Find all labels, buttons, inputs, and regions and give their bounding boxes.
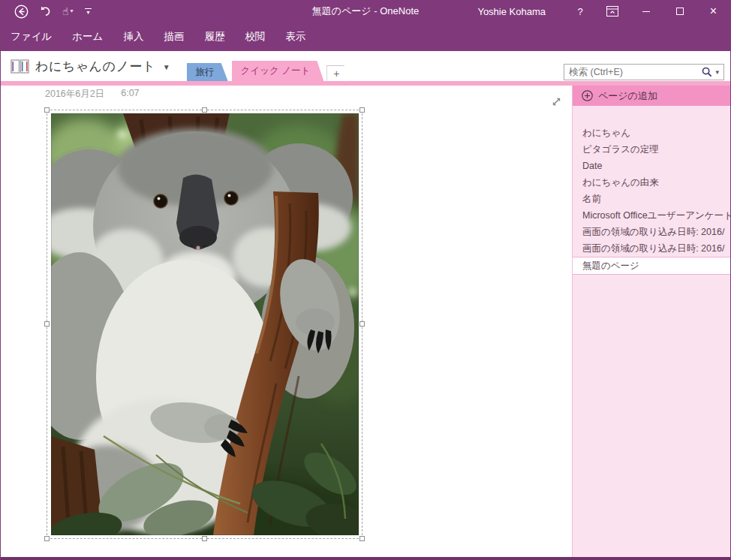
resize-handle-bottom-right[interactable]: [359, 536, 365, 541]
menu-item-draw[interactable]: 描画: [164, 30, 184, 44]
help-icon[interactable]: ?: [565, 0, 595, 23]
undo-icon[interactable]: [39, 5, 52, 17]
menu-item-home[interactable]: ホーム: [72, 30, 103, 44]
section-tabs: 旅行 クイック ノート +: [187, 51, 351, 81]
search-scope-caret-icon[interactable]: ▾: [715, 68, 723, 76]
menu-item-insert[interactable]: 挿入: [123, 30, 143, 44]
resize-handle-bottom-left[interactable]: [44, 536, 50, 541]
page-list-item[interactable]: わにちゃんの由来: [573, 174, 730, 191]
customize-qat-icon[interactable]: ▾: [84, 8, 93, 15]
menu-item-file[interactable]: ファイル: [11, 30, 52, 44]
menu-item-history[interactable]: 履歴: [204, 30, 224, 44]
touch-mode-caret-icon: ▾: [71, 8, 74, 15]
page-list-item[interactable]: Date: [573, 158, 730, 174]
maximize-button[interactable]: [663, 0, 696, 23]
full-page-view-icon[interactable]: [551, 96, 562, 110]
resize-handle-top-center[interactable]: [202, 107, 207, 113]
resize-handle-bottom-center[interactable]: [202, 536, 207, 541]
minimize-button[interactable]: [629, 0, 663, 23]
page-list-item[interactable]: Microsoft Officeユーザーアンケート: [573, 207, 730, 224]
page-list-item[interactable]: 名前: [573, 191, 730, 207]
resize-handle-middle-left[interactable]: [44, 321, 50, 327]
notebook-icon: [11, 59, 29, 74]
resize-handle-top-right[interactable]: [359, 107, 365, 113]
page-list-item[interactable]: 画面の領域の取り込み日時: 2016/: [573, 240, 730, 257]
notebook-name: わにちゃんのノート: [35, 58, 156, 75]
menu-item-review[interactable]: 校閲: [245, 30, 265, 44]
resize-handle-top-left[interactable]: [44, 107, 50, 113]
page-list-item[interactable]: わにちゃん: [573, 125, 730, 141]
touch-mouse-mode-icon[interactable]: ☝ ▾: [62, 6, 74, 17]
menu-item-view[interactable]: 表示: [285, 30, 305, 44]
page-list-item[interactable]: 画面の領域の取り込み日時: 2016/: [573, 224, 730, 240]
section-tab-travel[interactable]: 旅行: [187, 63, 228, 81]
page-time: 6:07: [121, 88, 139, 101]
page-list-sidebar: ページの追加 わにちゃん ピタゴラスの定理 Date わにちゃんの由来 名前 M…: [572, 86, 730, 557]
close-button[interactable]: ×: [696, 0, 730, 23]
title-bar: ☝ ▾ ▾ 無題のページ - OneNote Yoshie Kohama ? ×: [1, 0, 730, 23]
page-list: わにちゃん ピタゴラスの定理 Date わにちゃんの由来 名前 Microsof…: [573, 125, 730, 275]
page-date-row: 2016年6月2日 6:07: [45, 88, 140, 101]
notebook-switcher[interactable]: わにちゃんのノート ▼: [1, 51, 170, 81]
search-box[interactable]: ▾: [564, 64, 724, 80]
quick-access-toolbar: ☝ ▾ ▾: [1, 5, 93, 19]
resize-handle-middle-right[interactable]: [359, 321, 365, 327]
account-user-name[interactable]: Yoshie Kohama: [468, 0, 565, 23]
maximize-icon: [676, 8, 684, 15]
back-icon[interactable]: [14, 5, 29, 19]
add-page-button[interactable]: ページの追加: [573, 86, 730, 106]
page-canvas[interactable]: 2016年6月2日 6:07: [1, 86, 572, 557]
onenote-window: ☝ ▾ ▾ 無題のページ - OneNote Yoshie Kohama ? ×…: [0, 0, 731, 560]
main-area: 2016年6月2日 6:07: [1, 86, 730, 557]
minimize-icon: [642, 11, 650, 12]
titlebar-right: Yoshie Kohama ? ×: [468, 0, 730, 23]
notebook-header-row: わにちゃんのノート ▼ 旅行 クイック ノート + ▾: [1, 51, 730, 81]
notebook-dropdown-icon: ▼: [163, 63, 170, 71]
section-tab-quick-notes[interactable]: クイック ノート: [232, 61, 324, 81]
page-date: 2016年6月2日: [45, 88, 104, 101]
search-input[interactable]: [564, 67, 699, 77]
touch-icon: ☝: [62, 6, 69, 17]
page-list-item-selected[interactable]: 無題のページ: [573, 257, 730, 275]
search-icon[interactable]: [699, 67, 715, 77]
add-page-label: ページの追加: [598, 89, 657, 103]
window-bottom-border: [1, 557, 730, 560]
add-page-plus-icon: [582, 90, 593, 101]
image-selection-frame: [47, 110, 362, 539]
ribbon-display-options-icon[interactable]: [595, 0, 629, 23]
koala-photo[interactable]: [51, 113, 359, 535]
page-list-item[interactable]: ピタゴラスの定理: [573, 141, 730, 158]
ribbon-tab-bar: ファイル ホーム 挿入 描画 履歴 校閲 表示: [1, 23, 730, 51]
add-section-tab[interactable]: +: [326, 65, 350, 81]
